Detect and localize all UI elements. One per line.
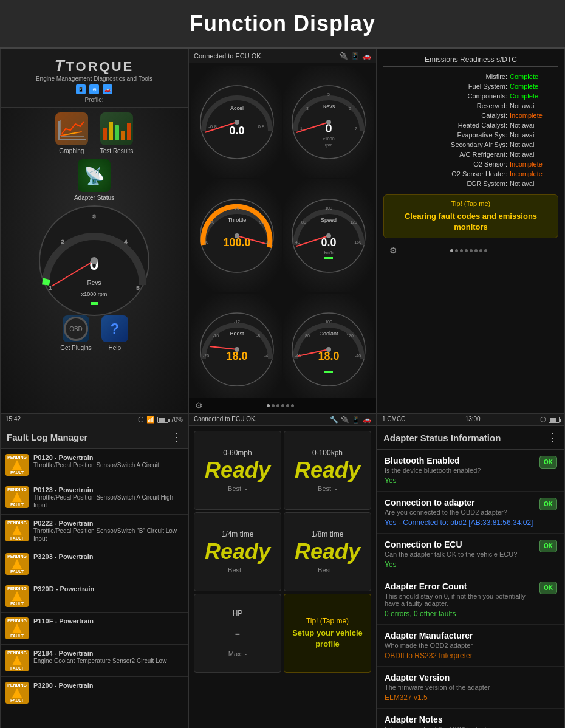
menu-item-graphing[interactable]: Graphing [55,112,88,154]
svg-text:x1000 rpm: x1000 rpm [81,291,108,297]
graph-line [60,131,82,136]
bar5 [127,123,131,140]
perf-card-hp[interactable]: HP - Max: - [194,594,281,673]
fault-item-p2184[interactable]: PENDING FAULT P2184 - Powertrain Engine … [1,645,188,677]
manufacturer-sub: Who made the OBD2 adapter [385,642,557,649]
svg-text:0.8: 0.8 [258,124,265,129]
o2-value: Incomplete [510,160,558,168]
coolant-gauge-cell: Coolant -4080 100120-40 18.0 [283,294,374,406]
menu-item-test-results[interactable]: Test Results [100,112,133,154]
fault-info-p3200: P3200 - Powertrain [33,682,183,689]
fault-badge-p0222: PENDING FAULT [5,520,29,541]
conn-ecu-value: Yes [385,560,539,569]
fault-menu-icon[interactable]: ⋮ [171,430,182,444]
svg-text:40: 40 [295,240,300,244]
svg-text:4: 4 [124,239,127,245]
fault-desc-p2184: Engine Coolant Temperature Sensor2 Circu… [33,657,183,665]
fault-item-p0222[interactable]: PENDING FAULT P0222 - Powertrain Throttl… [1,515,188,548]
pending-label-8: PENDING [7,683,27,687]
e-dot-1 [450,249,453,252]
gear-icon-bottom[interactable]: ⚙ [195,400,203,410]
fault-label-8: FAULT [10,698,24,702]
sec-air-value: Not avail [510,141,558,148]
emissions-row-catalyst: Catalyst: Incomplete [383,111,558,120]
perf-card-eighth[interactable]: 1/8m time Ready Best: - [284,512,371,591]
test-results-icon-box[interactable] [100,112,133,145]
svg-text:80: 80 [305,334,310,338]
fault-code-p320d: P320D - Powertrain [33,585,183,592]
bar2 [109,122,113,140]
menu-item-plugins[interactable]: OBD Get Plugins [60,315,92,351]
gear-icon-emissions[interactable]: ⚙ [389,246,397,255]
adapter-icon-box[interactable]: 📡 [78,159,111,192]
svg-point-12 [91,257,98,264]
fault-item-p3203[interactable]: PENDING FAULT P3203 - Powertrain [1,548,188,580]
e-dot-8 [484,249,487,252]
emissions-row-egr: EGR System: Not avail [383,179,558,188]
svg-rect-52 [324,257,333,259]
battery-icon [157,417,168,423]
svg-text:70: 70 [235,206,239,210]
fault-item-p110f[interactable]: PENDING FAULT P110F - Powertrain [1,613,188,645]
fault-item-p0123[interactable]: PENDING FAULT P0123 - Powertrain Throttl… [1,481,188,515]
adapter-menu-icon[interactable]: ⋮ [547,431,558,444]
bluetooth-small-icon: ⬡ [138,416,144,424]
emissions-row-sec-air: Secondary Air Sys: Not avail [383,140,558,149]
perf-best-eighth: Best: - [318,566,337,574]
pending-label-6: PENDING [7,619,27,623]
fault-desc-p0120: Throttle/Pedal Position Sensor/Switch A … [33,461,183,469]
adapter-status-bar-top: 1 CMCC 13:00 ⬡ [377,414,564,426]
components-label: Components: [383,92,507,100]
dot-3 [276,404,279,407]
help-icon-box[interactable]: ? [101,315,128,342]
tip-header: Tip! (Tap me) [389,200,553,207]
svg-text:6: 6 [349,106,351,111]
phone-small-icon: 📱 [351,52,360,60]
bluetooth-sub: Is the device bluetooth enabled? [385,467,539,474]
perf-card-0-100kph[interactable]: 0-100kph Ready Best: - [284,431,371,510]
catalyst-label: Catalyst: [383,112,507,119]
bar3 [115,125,119,140]
e-dot-4 [465,249,468,252]
svg-text:0.0: 0.0 [229,125,244,137]
perf-card-quarter[interactable]: 1/4m time Ready Best: - [194,512,281,591]
fault-item-p320d[interactable]: PENDING FAULT P320D - Powertrain [1,580,188,613]
gauge-connection-status: Connected to ECU OK. [194,52,263,60]
settings-icon: ⚙ [89,84,99,94]
fault-item-p0120[interactable]: PENDING FAULT P0120 - Powertrain Throttl… [1,449,188,481]
svg-text:100: 100 [325,206,332,210]
fault-code-p3203: P3203 - Powertrain [33,553,183,560]
plugins-icon-box[interactable]: OBD [63,315,89,342]
throttle-gauge-cell: Throttle 305070 90100 100.0 [191,179,282,292]
emissions-panel: Emissions Readiness s/DTC Misfire: Compl… [377,49,565,413]
svg-text:km/h: km/h [324,250,333,255]
graphing-icon-box[interactable] [55,112,88,145]
section-version: Adapter Version The firmware version of … [377,667,564,709]
notes-title: Adapter Notes [385,715,557,724]
car-icon: 🚗 [103,84,112,94]
notes-sub: Information about the OBD2 adapter [385,726,557,728]
fault-label-3: FAULT [10,536,24,540]
usb-icon: 🔌 [339,52,348,60]
menu-item-adapter[interactable]: 📡 Adapter Status [74,159,114,201]
error-count-row: Adapter Error Count This should stay on … [385,582,557,618]
menu-item-help[interactable]: ? Help [101,315,128,351]
perf-title-hp: HP [233,609,243,617]
pending-label-4: PENDING [7,554,27,558]
fault-item-p3200[interactable]: PENDING FAULT P3200 - Powertrain [1,677,188,709]
adapter-status-panel: 1 CMCC 13:00 ⬡ Adapter Status Informatio… [377,413,565,728]
tip-box[interactable]: Tip! (Tap me) Clearing fault codes and e… [383,194,558,238]
fault-badge-p3200: PENDING FAULT [5,682,29,704]
page-title: Function Display [0,11,565,36]
svg-rect-13 [91,302,98,305]
perf-card-0-60mph[interactable]: 0-60mph Ready Best: - [194,431,281,510]
manufacturer-title: Adapter Manufacturer [385,631,557,640]
perf-tip-card[interactable]: Tip! (Tap me) Setup your vehicle profile [284,594,371,673]
usb-perf-icon: 🔌 [341,416,349,424]
svg-text:Coolant: Coolant [319,331,338,337]
conn-ecu-title: Connection to ECU [385,540,539,549]
torque-icons: 📱 ⚙ 🚗 [7,82,182,97]
sec-air-label: Secondary Air Sys: [383,141,507,148]
fault-label-6: FAULT [10,634,24,638]
dot-2 [272,404,275,407]
